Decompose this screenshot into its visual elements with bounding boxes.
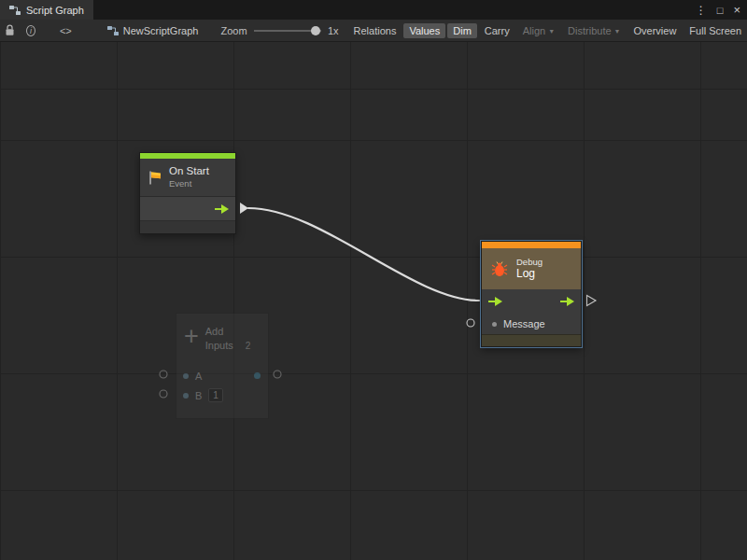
port-label: Message — [503, 318, 545, 329]
values-button[interactable]: Values — [403, 23, 445, 38]
ghost-output-marker-icon[interactable] — [274, 371, 281, 378]
fullscreen-button[interactable]: Full Screen — [684, 23, 747, 38]
inputs-count: 2 — [246, 340, 251, 353]
node-add-inputs[interactable]: + Add Inputs 2 A B 1 — [176, 313, 269, 419]
node-footer — [140, 220, 235, 233]
window-controls: ⋮ □ × — [696, 0, 747, 20]
add-icon: + — [184, 325, 199, 347]
bug-icon — [490, 261, 509, 277]
node-debug-log[interactable]: Debug Log Message — [481, 241, 582, 347]
message-port-row: Message — [482, 314, 581, 334]
node-title: Log — [516, 267, 543, 281]
graph-toolbar: i <> NewScriptGraph Zoom 1x Relations Va… — [0, 20, 747, 42]
node-footer — [176, 405, 268, 418]
port-b-label: B — [195, 390, 202, 401]
port-a-icon[interactable] — [183, 373, 189, 379]
port-a-label: A — [195, 371, 202, 382]
distribute-button: Distribute▼ — [562, 23, 626, 38]
port-row-a: A — [176, 366, 268, 385]
graph-asset-icon — [107, 25, 119, 36]
node-header[interactable]: + Add Inputs 2 — [176, 314, 268, 366]
zoom-slider[interactable] — [254, 24, 321, 37]
tab-title: Script Graph — [26, 5, 84, 16]
graph-name: NewScriptGraph — [123, 25, 199, 36]
output-port-icon[interactable] — [254, 372, 261, 379]
graph-canvas[interactable]: On Start Event — [0, 42, 747, 560]
maximize-icon[interactable]: □ — [717, 5, 724, 16]
node-header[interactable]: On Start Event — [140, 159, 235, 196]
ghost-port-b-marker-icon[interactable] — [160, 390, 167, 398]
node-on-start[interactable]: On Start Event — [139, 152, 236, 234]
node-accent-bar — [482, 242, 581, 248]
info-icon[interactable]: i — [26, 25, 35, 36]
wire-start-arrow-icon[interactable] — [240, 203, 248, 214]
node-subtitle: Event — [169, 178, 209, 189]
flow-input-port-icon[interactable] — [488, 297, 502, 306]
dim-button[interactable]: Dim — [447, 23, 477, 38]
node-footer — [482, 334, 581, 346]
connections-layer — [0, 42, 747, 560]
graph-breadcrumb[interactable]: NewScriptGraph — [107, 25, 199, 36]
node-category: Debug — [516, 257, 543, 268]
script-graph-icon — [9, 5, 21, 16]
lock-icon[interactable] — [5, 24, 15, 36]
ghost-port-a-marker-icon[interactable] — [160, 371, 167, 378]
port-b-value-field[interactable]: 1 — [208, 388, 223, 402]
flow-output-port-icon[interactable] — [560, 297, 574, 306]
flow-output-port-icon[interactable] — [215, 204, 229, 214]
tab-script-graph[interactable]: Script Graph — [0, 0, 93, 20]
window-menu-icon[interactable]: ⋮ — [696, 4, 707, 17]
port-b-icon[interactable] — [183, 393, 189, 399]
port-row-b: B 1 — [176, 385, 268, 405]
zoom-label: Zoom — [220, 25, 247, 36]
chevron-down-icon: ▼ — [614, 28, 621, 35]
node-title-line1: Add — [205, 325, 251, 339]
node-title-line2: Inputs — [205, 339, 233, 353]
message-input-marker-icon[interactable] — [467, 319, 474, 327]
relations-button[interactable]: Relations — [348, 23, 402, 38]
chevron-down-icon: ▼ — [548, 28, 555, 35]
carry-button[interactable]: Carry — [479, 23, 515, 38]
zoom-slider-handle[interactable] — [311, 26, 320, 35]
align-button: Align▼ — [517, 23, 560, 38]
node-header[interactable]: Debug Log — [482, 248, 581, 289]
flow-ports-row — [482, 289, 581, 314]
close-icon[interactable]: × — [733, 3, 740, 17]
toolbar-buttons: Relations Values Dim Carry Align▼ Distri… — [346, 23, 747, 38]
titlebar: Script Graph ⋮ □ × — [0, 0, 747, 20]
flow-ports-row — [140, 196, 235, 220]
connection-wire[interactable] — [248, 208, 479, 301]
message-port-icon[interactable] — [492, 322, 497, 327]
overview-button[interactable]: Overview — [628, 23, 683, 38]
flag-icon — [148, 171, 162, 185]
zoom-value: 1x — [328, 25, 339, 36]
code-view-icon[interactable]: <> — [60, 25, 72, 36]
node-title: On Start — [169, 165, 209, 178]
debug-output-marker-icon[interactable] — [587, 296, 597, 306]
